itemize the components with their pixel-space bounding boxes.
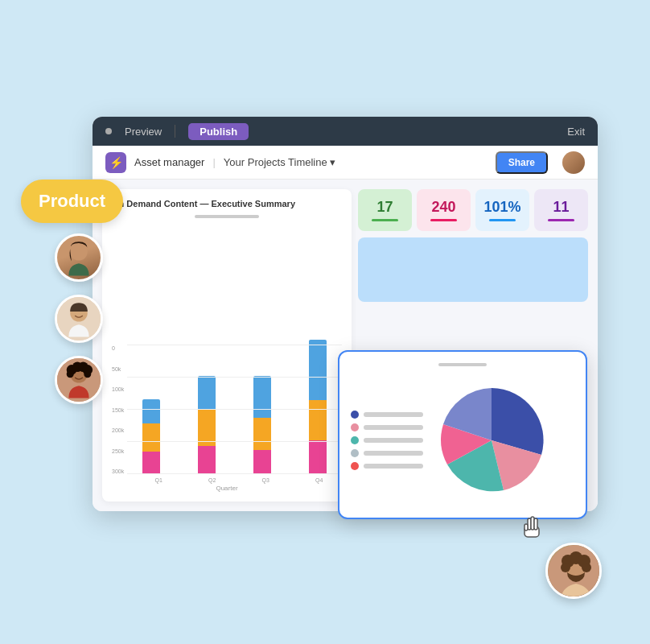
avatar-2 [55,295,103,343]
stat-bar-3 [489,219,516,221]
pie-chart-card [338,350,587,519]
stat-bar-2 [430,219,457,221]
svg-point-17 [582,563,591,572]
stat-value-4: 11 [553,199,569,216]
legend-bar-3 [364,438,423,443]
legend-item-4 [351,449,423,457]
q2-label: Q2 [190,477,236,483]
legend-dot-5 [351,462,359,470]
stats-row: 17 240 101% 11 [358,189,588,231]
y-axis: 300k 250k 200k 150k 100k 50k 0 [112,345,124,474]
avatar-stack-left [55,233,103,404]
bar-q4 [294,345,342,474]
legend-dot-1 [351,411,359,419]
blue-placeholder [358,237,588,302]
app-logo: ⚡ [105,152,126,173]
sub-bar: ⚡ Asset manager | Your Projects Timeline… [93,146,598,180]
legend-bar-2 [364,425,423,430]
legend-bar-5 [364,464,423,469]
preview-label[interactable]: Preview [125,126,162,138]
stat-value-2: 240 [431,199,455,216]
exit-button[interactable]: Exit [567,126,585,138]
legend-item-5 [351,462,423,470]
legend-item-3 [351,436,423,444]
cursor-hand-icon [521,514,544,543]
legend-bar-1 [364,412,423,417]
legend-dot-3 [351,436,359,444]
svg-point-0 [70,243,88,261]
pie-scrollbar [438,363,487,366]
svg-point-10 [84,370,91,378]
svg-point-9 [67,370,74,378]
svg-rect-21 [534,518,537,530]
stat-bar-1 [372,219,398,221]
q4-label: Q4 [297,477,343,483]
stat-card-2: 240 [417,189,471,231]
avatar-bottom-right [545,543,602,599]
top-bar-dot [105,128,112,134]
svg-point-16 [561,563,570,572]
chart-scrollbar[interactable] [195,215,259,218]
pie-legend [351,411,423,470]
avatar-1 [55,233,103,282]
q1-label: Q1 [136,477,182,483]
legend-item-1 [351,411,423,419]
bar-q2 [183,345,230,474]
user-avatar [562,151,585,174]
nav-breadcrumb[interactable]: Your Projects Timeline ▾ [224,156,335,168]
top-bar: Preview Publish Exit [93,117,598,146]
share-button[interactable]: Share [496,151,548,174]
chart-title: On Demand Content — Executive Summary [112,199,342,208]
sub-bar-separator: | [212,156,215,168]
stat-card-3: 101% [475,189,529,231]
legend-item-2 [351,423,423,431]
legend-dot-4 [351,449,359,457]
legend-dot-2 [351,423,359,431]
stat-value-3: 101% [483,199,520,216]
pie-content [351,374,574,506]
app-title: Asset manager [134,156,204,168]
q3-label: Q3 [243,477,289,483]
x-axis-label: Quarter [112,485,342,492]
top-bar-divider [175,125,175,138]
chart-panel: On Demand Content — Executive Summary 30… [102,189,352,502]
legend-bar-4 [364,451,423,456]
stat-bar-4 [548,219,574,221]
stat-card-4: 11 [534,189,588,231]
svg-rect-22 [525,524,528,530]
stat-card-1: 17 [358,189,412,231]
publish-button[interactable]: Publish [188,123,249,140]
bar-q1 [127,345,175,474]
bar-q3 [239,345,286,474]
avatar-3 [55,356,103,404]
product-badge: Product [21,180,123,223]
pie-chart-svg [431,380,552,501]
bar-chart: 300k 250k 200k 150k 100k 50k 0 [112,226,342,492]
stat-value-1: 17 [376,199,393,216]
